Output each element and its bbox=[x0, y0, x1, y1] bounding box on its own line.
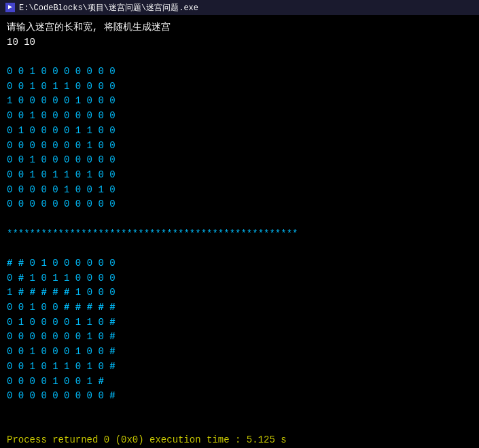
terminal-window: 请输入迷宫的长和宽, 将随机生成迷宫 10 10 0 0 1 0 0 0 0 0… bbox=[0, 15, 479, 448]
blank-4 bbox=[7, 404, 472, 419]
path-row: 0 0 0 0 0 0 0 0 0 # bbox=[7, 389, 472, 404]
blank-1 bbox=[7, 50, 472, 65]
maze-row: 0 0 1 0 0 0 0 0 0 0 bbox=[7, 109, 472, 124]
path-row: # # 0 1 0 0 0 0 0 0 bbox=[7, 256, 472, 271]
maze-row: 1 0 0 0 0 0 1 0 0 0 bbox=[7, 94, 472, 109]
path-row: 0 0 1 0 1 1 0 1 0 # bbox=[7, 360, 472, 375]
blank-3 bbox=[7, 241, 472, 256]
window-title: E:\CodeBlocks\项目\迷宫问题\迷宫问题.exe bbox=[19, 2, 198, 14]
maze-row: 0 0 1 0 0 0 0 0 0 0 bbox=[7, 65, 472, 80]
title-bar: ▶ E:\CodeBlocks\项目\迷宫问题\迷宫问题.exe bbox=[0, 0, 479, 15]
path-row: 0 0 1 0 0 # # # # # bbox=[7, 300, 472, 315]
blank-5 bbox=[7, 419, 472, 434]
maze-row: 0 0 1 0 1 1 0 0 0 0 bbox=[7, 80, 472, 94]
path-row: 0 0 0 0 1 0 0 1 # bbox=[7, 375, 472, 390]
maze-row: 0 0 0 0 0 0 0 0 0 0 bbox=[7, 197, 472, 212]
blank-2 bbox=[7, 212, 472, 227]
process-return-line: Process returned 0 (0x0) execution time … bbox=[7, 433, 472, 448]
prompt-line: 请输入迷宫的长和宽, 将随机生成迷宫 bbox=[7, 20, 472, 35]
maze-row: 0 0 0 0 0 0 0 1 0 0 bbox=[7, 139, 472, 154]
path-row: 0 # 1 0 1 1 0 0 0 0 bbox=[7, 271, 472, 286]
path-row: 0 0 1 0 0 0 1 0 0 # bbox=[7, 345, 472, 360]
path-display: # # 0 1 0 0 0 0 0 00 # 1 0 1 1 0 0 0 01 … bbox=[7, 256, 472, 404]
path-row: 0 1 0 0 0 0 1 1 0 # bbox=[7, 315, 472, 330]
maze-row: 0 0 0 0 0 1 0 0 1 0 bbox=[7, 183, 472, 198]
dimensions-line: 10 10 bbox=[7, 35, 472, 50]
maze-row: 0 0 1 0 0 0 0 0 0 0 bbox=[7, 153, 472, 168]
maze-display: 0 0 1 0 0 0 0 0 0 00 0 1 0 1 1 0 0 0 01 … bbox=[7, 65, 472, 212]
path-row: 0 0 0 0 0 0 0 1 0 # bbox=[7, 330, 472, 345]
title-icon: ▶ bbox=[5, 3, 15, 12]
path-row: 1 # # # # # 1 0 0 0 bbox=[7, 286, 472, 300]
maze-row: 0 0 1 0 1 1 0 1 0 0 bbox=[7, 168, 472, 183]
separator-line: ****************************************… bbox=[7, 227, 472, 242]
maze-row: 0 1 0 0 0 0 1 1 0 0 bbox=[7, 124, 472, 139]
